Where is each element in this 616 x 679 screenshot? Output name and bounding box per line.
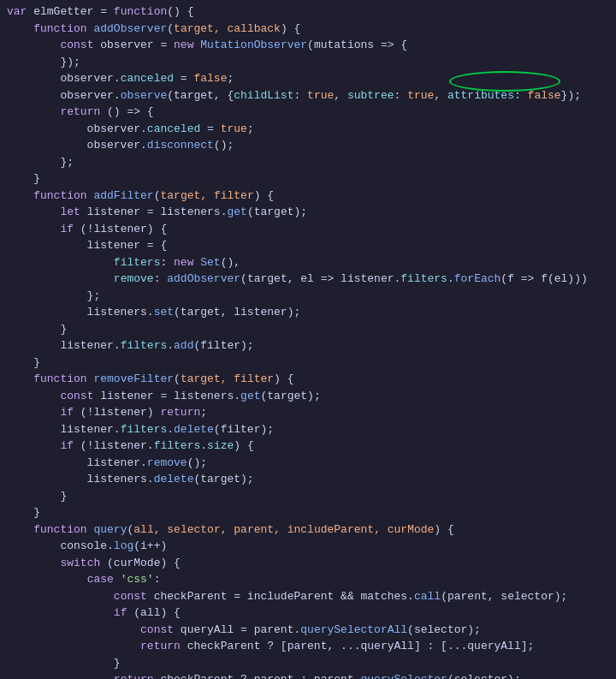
code-token: =: [174, 70, 193, 87]
code-token: [7, 21, 33, 38]
code-token: disconnect: [147, 137, 214, 154]
code-token: return: [60, 104, 100, 121]
code-token: all, selector, parent, includeParent, cu…: [133, 521, 434, 539]
code-token: () => {: [100, 104, 153, 121]
code-token: [7, 438, 60, 455]
code-line: listener.remove();: [0, 455, 616, 472]
code-token: [87, 371, 94, 388]
code-token: delete: [174, 421, 214, 438]
code-token: call: [414, 588, 441, 605]
code-token: [193, 254, 200, 271]
code-token: [7, 671, 114, 679]
code-token: return: [160, 404, 200, 421]
code-line: listener.filters.add(filter);: [0, 337, 616, 354]
code-token: (: [167, 21, 174, 38]
code-line: function addFilter(target, filter) {: [0, 188, 616, 205]
code-line: const listener = listeners.get(target);: [0, 388, 616, 405]
code-token: listener.: [7, 455, 147, 472]
code-token: [87, 188, 94, 205]
code-token: remove: [147, 455, 187, 472]
code-token: if: [60, 438, 74, 455]
code-line: }: [0, 488, 616, 505]
code-token: (filter);: [214, 421, 274, 438]
code-line: }: [0, 354, 616, 372]
code-token: [7, 521, 33, 539]
code-token: return: [114, 671, 154, 679]
code-token: remove: [114, 271, 154, 288]
code-token: .: [167, 421, 174, 438]
code-line: console.log(i++): [0, 538, 616, 555]
code-token: ;: [247, 121, 254, 138]
code-token: [114, 571, 121, 588]
code-token: target, filter: [181, 371, 274, 388]
code-line: listeners.set(target, listener);: [0, 304, 616, 321]
code-token: (),: [221, 254, 240, 271]
code-token: () {: [167, 3, 193, 21]
code-token: };: [7, 154, 74, 171]
code-token: var: [7, 3, 27, 21]
code-token: .: [167, 337, 174, 354]
code-line: return checkParent ? [parent, ...queryAl…: [0, 638, 616, 655]
code-token: (filter);: [193, 337, 253, 354]
code-line: }: [0, 504, 616, 521]
code-token: const: [60, 37, 93, 54]
code-token: [7, 104, 60, 121]
code-line: }: [0, 170, 616, 188]
code-editor: var elmGetter = function() { function ad…: [0, 0, 616, 679]
code-token: function: [114, 3, 167, 21]
code-token: [7, 204, 60, 221]
code-line: };: [0, 154, 616, 171]
code-token: ,: [334, 87, 347, 104]
code-line: observer.disconnect();: [0, 137, 616, 154]
code-line: return () => {: [0, 104, 616, 121]
code-token: [7, 188, 33, 205]
code-token: }: [7, 321, 67, 338]
code-token: addFilter: [93, 188, 153, 205]
code-token: observe: [121, 87, 168, 104]
code-token: .: [447, 271, 454, 288]
code-token: filters: [114, 254, 161, 271]
code-line: remove: addObserver(target, el => listen…: [0, 271, 616, 288]
code-token: queryAll = parent.: [174, 622, 300, 639]
code-token: attributes: [447, 87, 514, 104]
code-line: let listener = listeners.get(target);: [0, 204, 616, 221]
code-token: [7, 571, 87, 588]
code-token: target, filter: [160, 188, 253, 205]
code-token: MutationObserver: [200, 37, 307, 54]
code-line: function removeFilter(target, filter) {: [0, 371, 616, 388]
code-token: ) {: [281, 21, 300, 38]
code-line: }: [0, 321, 616, 338]
code-line: observer.canceled = true;: [0, 121, 616, 138]
code-token: (target);: [193, 471, 253, 488]
code-token: size: [207, 438, 234, 455]
code-line: switch (curMode) {: [0, 555, 616, 572]
code-token: (: [127, 521, 133, 539]
code-line: case 'css':: [0, 571, 616, 588]
code-line: function addObserver(target, callback) {: [0, 21, 616, 38]
code-token: const: [114, 588, 147, 605]
code-line: filters: new Set(),: [0, 254, 616, 271]
code-token: [193, 37, 200, 54]
code-token: filters: [121, 337, 168, 354]
code-token: ) {: [434, 521, 453, 539]
code-token: }: [7, 504, 40, 521]
code-token: const: [140, 622, 174, 639]
code-token: checkParent = includeParent && matches.: [147, 588, 414, 605]
code-token: (f => f(el))): [500, 271, 587, 288]
code-token: :: [154, 571, 161, 588]
code-line: listener.filters.delete(filter);: [0, 421, 616, 438]
code-token: (target, listener);: [174, 304, 300, 321]
code-token: listener.: [7, 421, 121, 438]
code-token: (parent, selector);: [441, 588, 567, 605]
code-token: [87, 521, 94, 539]
code-token: observer.: [7, 121, 147, 138]
code-token: childList: [234, 87, 293, 104]
code-line: listener = {: [0, 237, 616, 254]
code-token: (target, el => listener.: [240, 271, 400, 288]
code-token: ;: [227, 70, 234, 87]
code-token: [7, 254, 114, 271]
code-line: if (!listener.filters.size) {: [0, 438, 616, 455]
code-token: (!listener.: [74, 438, 154, 455]
code-token: new: [174, 37, 193, 54]
code-token: :: [514, 87, 528, 104]
